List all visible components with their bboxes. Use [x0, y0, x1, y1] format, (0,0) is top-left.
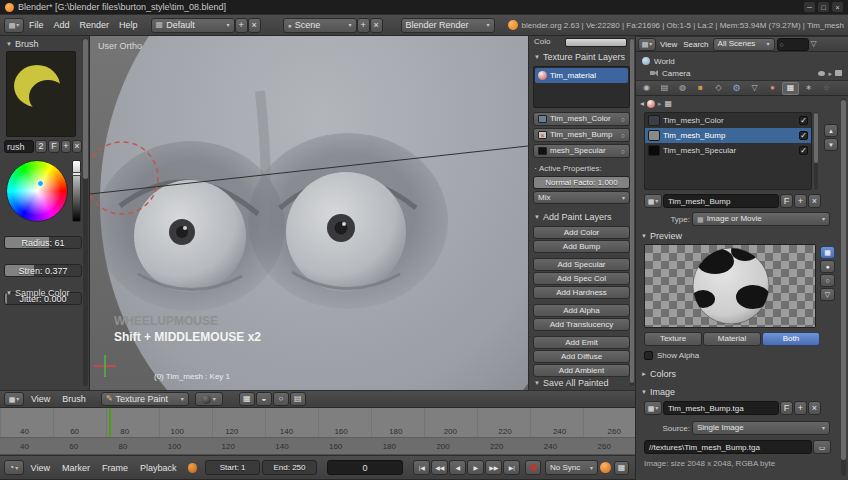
texture-enable-checkbox[interactable]: ✓: [799, 116, 808, 125]
add-translucency-button[interactable]: Add Translucency: [533, 318, 630, 331]
timeline-scrub-area[interactable]: 40 60 80 100 120 140 160 180 200 220 240…: [0, 408, 635, 438]
prev-keyframe-button[interactable]: ◀◀: [431, 460, 448, 475]
end-frame-field[interactable]: End: 250: [262, 460, 317, 475]
browse-texture-button[interactable]: ▦ ▾: [644, 194, 662, 208]
add-paint-layers-panel-header[interactable]: ▼ Add Paint Layers: [534, 212, 612, 222]
menu-help[interactable]: Help: [114, 20, 143, 30]
preview-range-icon[interactable]: [188, 463, 198, 473]
texture-enable-checkbox[interactable]: ✓: [799, 146, 808, 155]
add-bump-button[interactable]: Add Bump: [533, 240, 630, 253]
select-restrict-icon[interactable]: ▸: [828, 70, 832, 77]
timeline-menu-playback[interactable]: Playback: [135, 463, 182, 473]
image-panel-header[interactable]: ▼ Image: [641, 387, 675, 397]
back-icon[interactable]: ◂: [640, 100, 644, 108]
show-alpha-checkbox[interactable]: [644, 351, 653, 360]
value-slider-handle[interactable]: [73, 173, 80, 175]
fake-user-button[interactable]: F: [780, 194, 793, 208]
render-restrict-icon[interactable]: [835, 70, 842, 76]
properties-scrollbar[interactable]: [841, 98, 846, 476]
next-keyframe-button[interactable]: ▶▶: [485, 460, 502, 475]
preview-option-1-button[interactable]: ▦: [820, 246, 835, 259]
start-frame-field[interactable]: Start: 1: [205, 460, 260, 475]
new-image-button[interactable]: +: [794, 401, 807, 415]
delete-scene-button[interactable]: ×: [370, 18, 383, 33]
proportional-edit-icon[interactable]: ○: [273, 392, 289, 406]
tab-world[interactable]: ◍: [674, 82, 691, 95]
image-name-field[interactable]: Tim_mesh_Bump.tga: [663, 401, 779, 415]
layer-color-button[interactable]: Tim_mesh_Color ○: [533, 112, 630, 126]
add-diffuse-button[interactable]: Add Diffuse: [533, 350, 630, 363]
preview-texture-tab[interactable]: Texture: [644, 332, 702, 346]
layer-toggle-icon[interactable]: ○: [619, 132, 625, 139]
outliner-item-world[interactable]: World: [642, 55, 675, 67]
tab-scene[interactable]: ▤: [656, 82, 673, 95]
menu-add[interactable]: Add: [49, 20, 75, 30]
editor-type-button[interactable]: ◔ ▾: [4, 460, 24, 475]
layer-specular-button[interactable]: mesh_Specular ○: [533, 144, 630, 158]
minimize-button[interactable]: ─: [804, 2, 815, 12]
add-spec-col-button[interactable]: Add Spec Col: [533, 272, 630, 285]
tab-modifiers[interactable]: ⚙: [728, 82, 745, 95]
preview-option-2-button[interactable]: ●: [820, 260, 835, 273]
unlink-brush-button[interactable]: ×: [72, 140, 82, 153]
outliner-search-input[interactable]: ○: [777, 38, 809, 51]
texture-enable-checkbox[interactable]: ✓: [799, 131, 808, 140]
jump-to-end-button[interactable]: ▶|: [503, 460, 520, 475]
paint-panel-scrollbar[interactable]: [630, 38, 634, 386]
editor-type-button[interactable]: ▤ ▾: [4, 18, 24, 33]
add-hardness-button[interactable]: Add Hardness: [533, 286, 630, 299]
add-ambient-button[interactable]: Add Ambient: [533, 364, 630, 377]
material-list-item[interactable]: Tim_material: [535, 68, 628, 83]
new-texture-button[interactable]: +: [794, 194, 807, 208]
view-menu[interactable]: View: [26, 394, 55, 404]
add-brush-button[interactable]: +: [61, 140, 71, 153]
current-frame-field[interactable]: 0: [327, 460, 403, 475]
texture-slot-row[interactable]: Tim_mesh_Color ✓: [645, 113, 811, 128]
tab-particles[interactable]: ∗: [800, 82, 817, 95]
outliner-scope-dropdown[interactable]: All Scenes ▾: [713, 38, 775, 51]
eye-restrict-icon[interactable]: [818, 71, 825, 76]
screen-layout-dropdown[interactable]: ▦ Default ▾: [151, 18, 235, 33]
grid-icon[interactable]: ▦: [614, 461, 629, 475]
texture-list-scrollbar[interactable]: [814, 112, 818, 190]
editor-type-button[interactable]: ▤ ▾: [638, 38, 656, 51]
fake-user-button[interactable]: F: [48, 140, 60, 153]
add-scene-button[interactable]: +: [357, 18, 370, 33]
tool-shelf-scrollbar[interactable]: [83, 38, 88, 386]
fake-user-button[interactable]: F: [780, 401, 793, 415]
draw-brush-dropdown[interactable]: ▾: [195, 392, 223, 406]
color-swatch[interactable]: [565, 38, 627, 47]
render-engine-dropdown[interactable]: Blender Render ▾: [401, 18, 495, 33]
layer-bump-button[interactable]: × Tim_mesh_Bump ○: [533, 128, 630, 142]
add-alpha-button[interactable]: Add Alpha: [533, 304, 630, 317]
outliner-item-camera[interactable]: Camera ▸: [650, 67, 842, 79]
slot-move-down-button[interactable]: ▼: [824, 138, 838, 151]
tab-data[interactable]: ▽: [746, 82, 763, 95]
outliner-menu-view[interactable]: View: [658, 40, 679, 49]
snap-magnet-icon[interactable]: ◒: [256, 392, 272, 406]
play-button[interactable]: ▶: [467, 460, 484, 475]
tab-material[interactable]: ●: [764, 82, 781, 95]
normal-factor-slider[interactable]: Normal Facto: 1.000: [533, 176, 630, 189]
brush-preview[interactable]: [6, 51, 76, 137]
tab-physics[interactable]: ◌: [818, 82, 835, 95]
save-all-panel-header[interactable]: ▼ Save All Painted: [534, 378, 609, 388]
brush-users-button[interactable]: 2: [35, 140, 47, 153]
viewport-canvas[interactable]: User Ortho WHEELUPMOUSE Shift + MIDDLEMO…: [90, 36, 528, 390]
preview-both-tab[interactable]: Both: [762, 332, 820, 346]
add-emit-button[interactable]: Add Emit: [533, 336, 630, 349]
brush-panel-header[interactable]: ▼ Brush: [6, 39, 38, 49]
color-wheel[interactable]: [6, 160, 68, 222]
menu-render[interactable]: Render: [75, 20, 115, 30]
timeline-ruler[interactable]: 40 60 80 100 120 140 160 180 200 220 240…: [0, 438, 635, 455]
texture-slot-row-selected[interactable]: Tim_mesh_Bump ✓: [645, 128, 811, 143]
editor-type-button[interactable]: ▦ ▾: [4, 392, 24, 406]
play-reverse-button[interactable]: ◀: [449, 460, 466, 475]
slot-move-up-button[interactable]: ▲: [824, 124, 838, 137]
value-slider[interactable]: [72, 160, 81, 222]
outliner-menu-search[interactable]: Search: [681, 40, 710, 49]
layers-grid-icon[interactable]: ▦: [239, 392, 255, 406]
preview-option-4-button[interactable]: ▽: [820, 288, 835, 301]
add-layout-button[interactable]: +: [235, 18, 248, 33]
strength-slider[interactable]: Stren: 0.377: [4, 264, 82, 277]
